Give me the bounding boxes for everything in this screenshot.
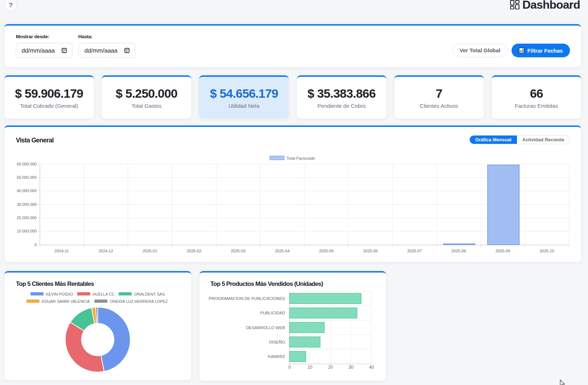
svg-text:2025-09: 2025-09: [495, 249, 510, 253]
svg-text:PUBLICIDAD: PUBLICIDAD: [260, 311, 285, 315]
svg-text:2025-03: 2025-03: [231, 249, 245, 253]
svg-text:60.000.000: 60.000.000: [17, 162, 36, 166]
svg-text:40: 40: [369, 365, 374, 370]
svg-text:2025-02: 2025-02: [187, 249, 201, 253]
svg-text:20.000.000: 20.000.000: [17, 216, 36, 220]
svg-text:KEVIN POSSO: KEVIN POSSO: [46, 292, 73, 296]
svg-text:50.000.000: 50.000.000: [17, 175, 36, 180]
svg-text:20: 20: [328, 365, 333, 370]
svg-text:10: 10: [308, 365, 313, 370]
svg-text:0: 0: [34, 243, 36, 247]
svg-text:10.000.000: 10.000.000: [17, 229, 36, 233]
svg-text:ORALDENT SAS: ORALDENT SAS: [134, 292, 165, 296]
svg-text:Total Facturado: Total Facturado: [286, 156, 315, 160]
svg-text:40.000.000: 40.000.000: [17, 189, 36, 193]
svg-text:ONEIDA LUZ HERRERA LOPEZ: ONEIDA LUZ HERRERA LOPEZ: [110, 299, 168, 304]
svg-text:2025-01: 2025-01: [142, 249, 157, 253]
svg-text:DISEÑO: DISEÑO: [269, 340, 285, 344]
svg-text:2025-10: 2025-10: [540, 249, 554, 253]
svg-text:EDUAR SAMIR VALENCIA: EDUAR SAMIR VALENCIA: [42, 299, 90, 304]
svg-text:0: 0: [288, 365, 291, 370]
svg-text:2025-08: 2025-08: [451, 249, 466, 253]
svg-text:2024-12: 2024-12: [98, 249, 113, 253]
svg-text:DESARROLLO WEB: DESARROLLO WEB: [246, 326, 285, 330]
svg-text:PROGRAMACION DE PUBLICACIONES: PROGRAMACION DE PUBLICACIONES: [209, 296, 285, 301]
svg-text:2025-06: 2025-06: [363, 249, 378, 253]
svg-text:2025-07: 2025-07: [407, 249, 422, 253]
svg-text:HUELLA CC: HUELLA CC: [93, 292, 115, 296]
svg-text:30.000.000: 30.000.000: [17, 202, 36, 207]
svg-text:2024-11: 2024-11: [54, 249, 69, 253]
svg-text:2025-04: 2025-04: [275, 249, 289, 253]
svg-text:2025-05: 2025-05: [319, 249, 333, 253]
svg-text:30: 30: [348, 365, 354, 370]
svg-text:KANRRZ: KANRRZ: [268, 354, 285, 359]
